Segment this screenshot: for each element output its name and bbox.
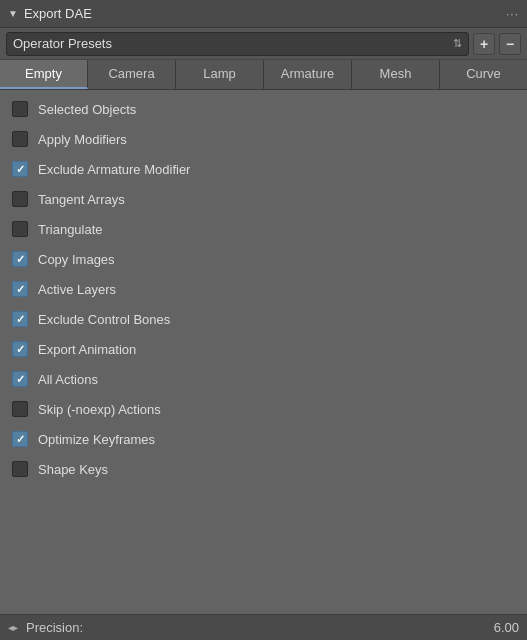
- label-apply-modifiers: Apply Modifiers: [38, 132, 127, 147]
- panel-title: Export DAE: [24, 6, 92, 21]
- label-exclude-control-bones: Exclude Control Bones: [38, 312, 170, 327]
- option-row-copy-images[interactable]: Copy Images: [0, 244, 527, 274]
- option-row-skip-noexp-actions[interactable]: Skip (-noexp) Actions: [0, 394, 527, 424]
- label-copy-images: Copy Images: [38, 252, 115, 267]
- checkbox-triangulate[interactable]: [12, 221, 28, 237]
- checkbox-copy-images[interactable]: [12, 251, 28, 267]
- checkbox-exclude-armature-modifier[interactable]: [12, 161, 28, 177]
- operator-presets-select[interactable]: Operator Presets ⇅: [6, 32, 469, 56]
- checkbox-exclude-control-bones[interactable]: [12, 311, 28, 327]
- checkbox-skip-noexp-actions[interactable]: [12, 401, 28, 417]
- option-row-export-animation[interactable]: Export Animation: [0, 334, 527, 364]
- title-arrow: ▼: [8, 8, 18, 19]
- option-row-active-layers[interactable]: Active Layers: [0, 274, 527, 304]
- label-tangent-arrays: Tangent Arrays: [38, 192, 125, 207]
- operator-presets-arrows: ⇅: [453, 37, 462, 50]
- checkbox-all-actions[interactable]: [12, 371, 28, 387]
- tab-empty[interactable]: Empty: [0, 60, 88, 89]
- checkbox-selected-objects[interactable]: [12, 101, 28, 117]
- label-active-layers: Active Layers: [38, 282, 116, 297]
- precision-label: Precision:: [26, 620, 83, 635]
- tab-curve[interactable]: Curve: [440, 60, 527, 89]
- option-row-exclude-control-bones[interactable]: Exclude Control Bones: [0, 304, 527, 334]
- checkbox-active-layers[interactable]: [12, 281, 28, 297]
- tab-armature[interactable]: Armature: [264, 60, 352, 89]
- title-bar: ▼ Export DAE ···: [0, 0, 527, 28]
- checkbox-apply-modifiers[interactable]: [12, 131, 28, 147]
- label-exclude-armature-modifier: Exclude Armature Modifier: [38, 162, 190, 177]
- add-preset-button[interactable]: +: [473, 33, 495, 55]
- title-dots: ···: [506, 7, 519, 21]
- remove-preset-button[interactable]: −: [499, 33, 521, 55]
- operator-presets-label: Operator Presets: [13, 36, 112, 51]
- options-list: Selected ObjectsApply ModifiersExclude A…: [0, 90, 527, 610]
- checkbox-shape-keys[interactable]: [12, 461, 28, 477]
- label-optimize-keyframes: Optimize Keyframes: [38, 432, 155, 447]
- checkbox-tangent-arrays[interactable]: [12, 191, 28, 207]
- option-row-optimize-keyframes[interactable]: Optimize Keyframes: [0, 424, 527, 454]
- tab-lamp[interactable]: Lamp: [176, 60, 264, 89]
- tab-mesh[interactable]: Mesh: [352, 60, 440, 89]
- option-row-shape-keys[interactable]: Shape Keys: [0, 454, 527, 484]
- precision-arrows[interactable]: ◂▸: [8, 622, 18, 633]
- option-row-exclude-armature-modifier[interactable]: Exclude Armature Modifier: [0, 154, 527, 184]
- option-row-selected-objects[interactable]: Selected Objects: [0, 94, 527, 124]
- option-row-apply-modifiers[interactable]: Apply Modifiers: [0, 124, 527, 154]
- tab-camera[interactable]: Camera: [88, 60, 176, 89]
- precision-bar: ◂▸ Precision: 6.00: [0, 614, 527, 640]
- option-row-all-actions[interactable]: All Actions: [0, 364, 527, 394]
- label-triangulate: Triangulate: [38, 222, 103, 237]
- label-shape-keys: Shape Keys: [38, 462, 108, 477]
- option-row-tangent-arrays[interactable]: Tangent Arrays: [0, 184, 527, 214]
- checkbox-export-animation[interactable]: [12, 341, 28, 357]
- label-all-actions: All Actions: [38, 372, 98, 387]
- label-export-animation: Export Animation: [38, 342, 136, 357]
- option-row-triangulate[interactable]: Triangulate: [0, 214, 527, 244]
- label-selected-objects: Selected Objects: [38, 102, 136, 117]
- label-skip-noexp-actions: Skip (-noexp) Actions: [38, 402, 161, 417]
- tabs-row: Empty Camera Lamp Armature Mesh Curve: [0, 60, 527, 90]
- checkbox-optimize-keyframes[interactable]: [12, 431, 28, 447]
- precision-value: 6.00: [494, 620, 519, 635]
- operator-presets-row: Operator Presets ⇅ + −: [0, 28, 527, 60]
